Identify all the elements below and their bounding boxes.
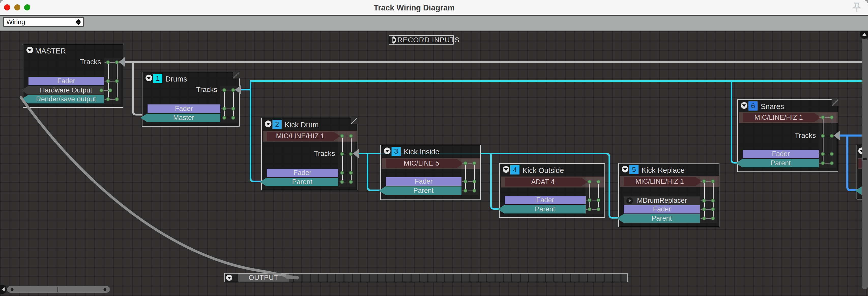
pushpin-icon[interactable]: [851, 2, 862, 14]
connector-pin[interactable]: [115, 79, 119, 83]
output-collapse-icon[interactable]: [226, 275, 232, 281]
output-bar[interactable]: OUTPUT: [224, 273, 628, 282]
connector-pin[interactable]: [108, 88, 112, 92]
connector-pin[interactable]: [340, 180, 344, 184]
row-fader[interactable]: Fader: [29, 77, 104, 85]
connector-pin[interactable]: [231, 116, 235, 120]
scroll-up-button[interactable]: [860, 31, 868, 39]
connector-pin[interactable]: [349, 134, 353, 138]
row-input[interactable]: MIC/LINE/HIZ 1: [743, 113, 821, 122]
connector-pin[interactable]: [222, 88, 226, 92]
connector-pin[interactable]: [596, 180, 600, 184]
connector-pin[interactable]: [588, 198, 591, 202]
zoom-button[interactable]: [24, 4, 30, 10]
row-input[interactable]: MIC/LINE/HIZ 1: [267, 132, 340, 141]
connector-pin[interactable]: [472, 180, 476, 183]
view-mode-dropdown[interactable]: Wiring: [3, 17, 84, 27]
row-input[interactable]: MIC/LINE/HIZ 1: [624, 177, 702, 186]
connector-pin[interactable]: [349, 152, 353, 156]
connector-pin[interactable]: [711, 207, 715, 211]
collapse-icon[interactable]: [27, 47, 33, 53]
connector-pin[interactable]: [711, 179, 715, 183]
connector-pin[interactable]: [702, 179, 706, 183]
connector-pin[interactable]: [340, 152, 344, 156]
connector-pin[interactable]: [588, 207, 591, 211]
connector-pin[interactable]: [821, 152, 825, 156]
row-hardware-output[interactable]: Hardware Output: [21, 86, 104, 95]
close-button[interactable]: [4, 4, 10, 10]
connector-pin[interactable]: [340, 134, 344, 138]
connector-pin[interactable]: [588, 180, 591, 184]
fx-plugin-icon[interactable]: [626, 197, 633, 204]
connector-pin[interactable]: [821, 161, 825, 165]
row-fader[interactable]: Fader: [505, 196, 586, 204]
connector-pin[interactable]: [830, 115, 834, 119]
row-master[interactable]: Master: [141, 114, 220, 122]
row-render-save-output[interactable]: Render/save output: [21, 95, 104, 103]
row-fader[interactable]: Fader: [267, 169, 338, 177]
node-kick-inside[interactable]: 3Kick InsideMIC/LINE 5FaderParent: [380, 145, 481, 200]
row-parent[interactable]: Parent: [617, 214, 700, 223]
row-parent[interactable]: Parent: [260, 178, 338, 186]
connector-pin[interactable]: [464, 180, 467, 183]
connector-pin[interactable]: [711, 199, 715, 203]
connector-pin[interactable]: [349, 171, 353, 175]
connector-pin[interactable]: [464, 161, 467, 165]
connector-pin[interactable]: [821, 134, 825, 138]
connector-pin[interactable]: [596, 198, 600, 202]
node-master[interactable]: MASTERTracksFaderHardware OutputRender/s…: [23, 44, 123, 108]
connector-pin[interactable]: [464, 189, 467, 193]
node-kick-drum[interactable]: 2Kick DrumMIC/LINE/HIZ 1TracksFaderParen…: [261, 118, 358, 190]
horizontal-scrollbar-thumb[interactable]: [7, 286, 110, 293]
row-input[interactable]: ADAT 4: [505, 178, 588, 186]
collapse-icon[interactable]: [146, 75, 152, 81]
minimize-button[interactable]: [14, 4, 20, 10]
node-snares[interactable]: 6SnaresMIC/LINE/HIZ 1TracksFaderParent: [737, 99, 838, 172]
collapse-icon[interactable]: [741, 102, 747, 109]
connector-pin[interactable]: [472, 161, 476, 165]
output-tick: [587, 274, 588, 282]
row-fader[interactable]: Fader: [148, 104, 220, 113]
wiring-canvas[interactable]: RECORD INPUTS MASTERTracksFaderHardware …: [0, 31, 868, 296]
connector-pin[interactable]: [711, 217, 715, 220]
connector-pin[interactable]: [702, 217, 706, 220]
connector-pin[interactable]: [106, 97, 110, 101]
connector-pin[interactable]: [222, 116, 226, 120]
collapse-icon[interactable]: [384, 147, 391, 154]
row-fader[interactable]: Fader: [743, 150, 819, 158]
node-kick-replace[interactable]: 5Kick ReplaceMIC/LINE/HIZ 1MDrumReplacer…: [618, 163, 719, 227]
connector-pin[interactable]: [115, 97, 119, 101]
connector-pin[interactable]: [702, 207, 706, 211]
row-fader[interactable]: Fader: [624, 205, 700, 213]
scroll-left-button[interactable]: [0, 285, 7, 294]
connector-pin[interactable]: [106, 79, 110, 83]
connector-pin[interactable]: [231, 88, 235, 92]
connector-pin[interactable]: [702, 199, 706, 203]
connector-pin[interactable]: [472, 189, 476, 193]
node-drums[interactable]: 1DrumsTracksFaderMaster: [142, 72, 240, 127]
collapse-icon[interactable]: [265, 120, 272, 127]
node-kick-outside[interactable]: 4Kick OutsideADAT 4FaderParent: [499, 163, 605, 218]
row-input[interactable]: MIC/LINE 5: [386, 159, 464, 168]
connector-pin[interactable]: [222, 107, 226, 111]
connector-pin[interactable]: [821, 115, 825, 119]
collapse-icon[interactable]: [503, 166, 509, 173]
row-fader[interactable]: Fader: [386, 177, 462, 186]
collapse-icon[interactable]: [622, 166, 628, 172]
record-inputs-button[interactable]: RECORD INPUTS: [389, 35, 454, 45]
row-parent[interactable]: Parent: [379, 186, 462, 195]
connector-pin[interactable]: [99, 88, 103, 92]
connector-pin[interactable]: [106, 60, 110, 64]
row-fx[interactable]: MDrumReplacer: [624, 196, 700, 205]
row-parent[interactable]: Parent: [498, 205, 586, 213]
connector-pin[interactable]: [830, 152, 834, 156]
connector-pin[interactable]: [115, 60, 119, 64]
connector-pin[interactable]: [340, 171, 344, 175]
connector-pin[interactable]: [231, 107, 235, 111]
connector-pin[interactable]: [830, 134, 834, 138]
connector-pin[interactable]: [830, 161, 834, 165]
vertical-scrollbar-thumb[interactable]: [862, 38, 868, 289]
connector-pin[interactable]: [596, 207, 600, 211]
row-parent[interactable]: Parent: [736, 159, 819, 167]
connector-pin[interactable]: [349, 180, 353, 184]
